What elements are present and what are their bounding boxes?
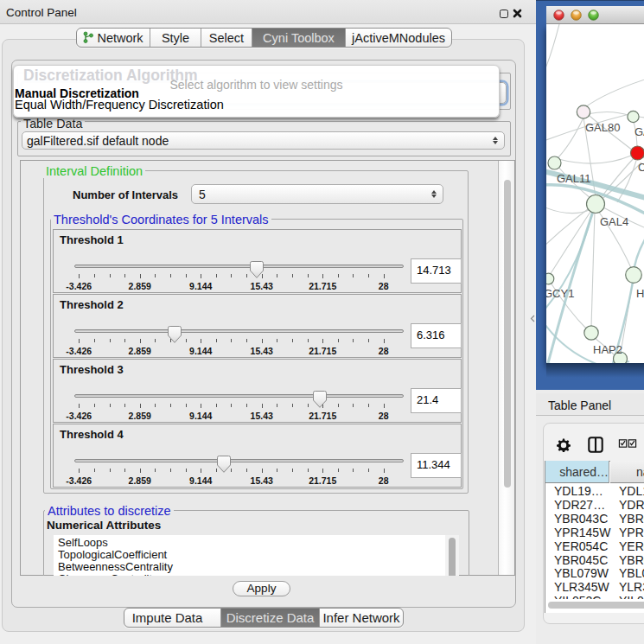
svg-text:GAL4: GAL4: [600, 215, 628, 228]
svg-text:GAL11: GAL11: [557, 172, 591, 185]
svg-text:H: H: [636, 287, 644, 300]
svg-text:GCY1: GCY1: [546, 287, 574, 300]
svg-text:HAP2: HAP2: [593, 343, 622, 356]
svg-text:GAL80: GAL80: [585, 121, 620, 134]
svg-text:C: C: [638, 161, 644, 174]
svg-text:GA: GA: [634, 125, 644, 138]
